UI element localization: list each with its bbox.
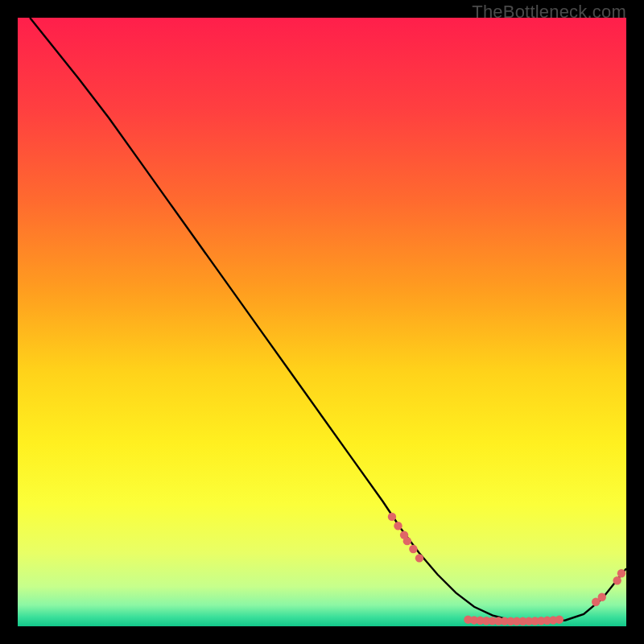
- data-marker: [388, 513, 396, 521]
- plot-area: [18, 18, 626, 626]
- gradient-background: [18, 18, 626, 626]
- data-marker: [617, 569, 625, 577]
- data-marker: [409, 545, 417, 553]
- data-marker: [598, 593, 606, 601]
- chart-stage: TheBottleneck.com: [0, 0, 644, 644]
- data-marker: [555, 615, 564, 623]
- data-marker: [403, 537, 411, 545]
- data-marker: [613, 576, 621, 584]
- data-marker: [415, 554, 423, 562]
- plot-svg: [18, 18, 626, 626]
- data-marker: [394, 522, 402, 530]
